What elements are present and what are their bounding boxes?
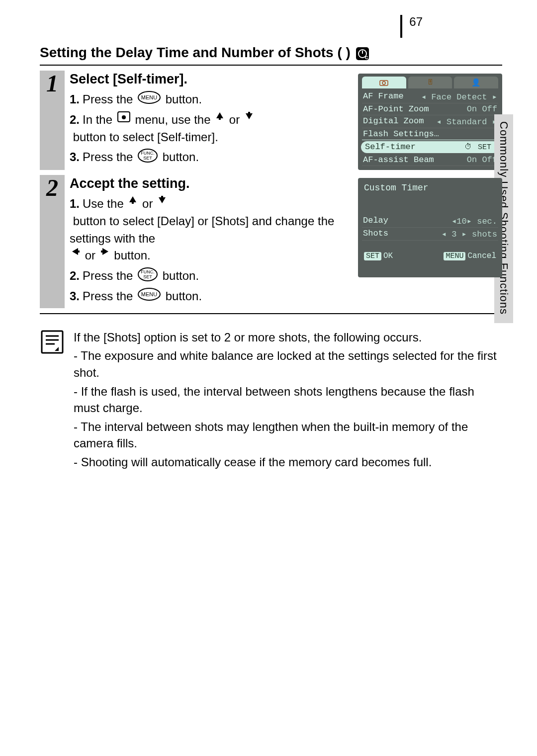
right-arrow-icon [100, 247, 109, 256]
lcd-header: Custom Timer [362, 181, 498, 200]
lcd-row: Delay◂10▸ sec. [362, 215, 498, 228]
camera-menu-icon [117, 111, 130, 122]
step-1: 1 Select [Self-timer]. 1. Press the MENU… [40, 71, 502, 170]
note-bullet: - The exposure and white balance are loc… [74, 347, 502, 381]
svg-text:SET: SET [143, 274, 152, 279]
step-2-heading: Accept the setting. [70, 176, 353, 191]
lcd-screenshot-2: Custom Timer Delay◂10▸ sec. Shots◂ 3 ▸ s… [358, 178, 502, 308]
lcd-row-selected: Self-timer⏱SET [361, 141, 499, 153]
lcd-tab-camera-icon [362, 77, 406, 88]
menu-button-icon: MENU [138, 288, 161, 301]
step-1-heading: Select [Self-timer]. [70, 72, 353, 87]
note-intro: If the [Shots] option is set to 2 or mor… [74, 329, 502, 346]
step-number: 2 [40, 175, 65, 308]
func-set-button-icon: FUNC.SET [138, 149, 158, 163]
step-2-sub-2: 2. Press the FUNC.SET button. [70, 267, 353, 285]
lcd-row: AF-assist BeamOn Off [362, 154, 498, 166]
lcd-foot-right: MENUCancel [444, 252, 496, 260]
step-number: 1 [40, 71, 65, 170]
note-bullet: - The interval between shots may lengthe… [74, 419, 502, 452]
svg-text:MENU: MENU [141, 291, 157, 297]
section-rule [40, 313, 502, 314]
step-2-sub-3: 3. Press the MENU button. [70, 288, 353, 305]
step-1-sub-3: 3. Press the FUNC.SET button. [70, 149, 353, 166]
lcd-row: AF Frame◂ Face Detect ▸ [362, 90, 498, 103]
left-arrow-icon [71, 247, 80, 256]
up-arrow-icon [128, 195, 137, 204]
lcd-tab-tools-icon: 🎚 [408, 77, 452, 88]
svg-text:C: C [365, 55, 368, 60]
lcd-row: Shots◂ 3 ▸ shots [362, 228, 498, 241]
func-set-button-icon: FUNC.SET [138, 267, 158, 281]
step-1-sub-2: 2. In the menu, use the or button to sel… [70, 111, 353, 146]
page-number: 67 [400, 15, 423, 38]
lcd-row: Digital Zoom◂ Standard ▸ [362, 115, 498, 128]
note-block: If the [Shots] option is set to 2 or mor… [40, 329, 502, 473]
lcd-row: Flash Settings… [362, 128, 498, 140]
step-2: 2 Accept the setting. 1. Use the or butt… [40, 175, 502, 308]
step-1-sub-1: 1. Press the MENU button. [70, 91, 353, 108]
title-rule [40, 65, 502, 66]
svg-rect-17 [42, 331, 63, 353]
up-arrow-icon [215, 111, 224, 120]
svg-point-6 [122, 115, 126, 119]
step-2-sub-1: 1. Use the or button to select [Delay] o… [70, 195, 353, 264]
lcd-foot-left: SETOK [364, 252, 393, 260]
lcd-tab-person-icon: 👤 [454, 77, 498, 88]
svg-point-11 [382, 82, 385, 84]
svg-text:SET: SET [143, 156, 152, 161]
timer-mode-icon: ⏱ [462, 143, 474, 152]
page-title: Setting the Delay Time and Number of Sho… [40, 45, 502, 61]
lcd-row: AF-Point ZoomOn Off [362, 103, 498, 115]
down-arrow-icon [245, 111, 254, 120]
lcd-screenshot-1: 🎚 👤 AF Frame◂ Face Detect ▸ AF-Point Zoo… [358, 74, 502, 170]
custom-timer-mode-icon: C [356, 47, 369, 60]
down-arrow-icon [158, 195, 167, 204]
svg-text:MENU: MENU [141, 94, 157, 100]
svg-text:FUNC.: FUNC. [141, 269, 155, 274]
note-bullet: - Shooting will automatically cease if t… [74, 454, 502, 471]
note-icon [40, 329, 65, 473]
menu-button-icon: MENU [138, 91, 161, 104]
note-bullet: - If the flash is used, the interval bet… [74, 383, 502, 417]
svg-text:FUNC.: FUNC. [141, 151, 155, 156]
page-title-text: Setting the Delay Time and Number of Sho… [40, 45, 351, 60]
